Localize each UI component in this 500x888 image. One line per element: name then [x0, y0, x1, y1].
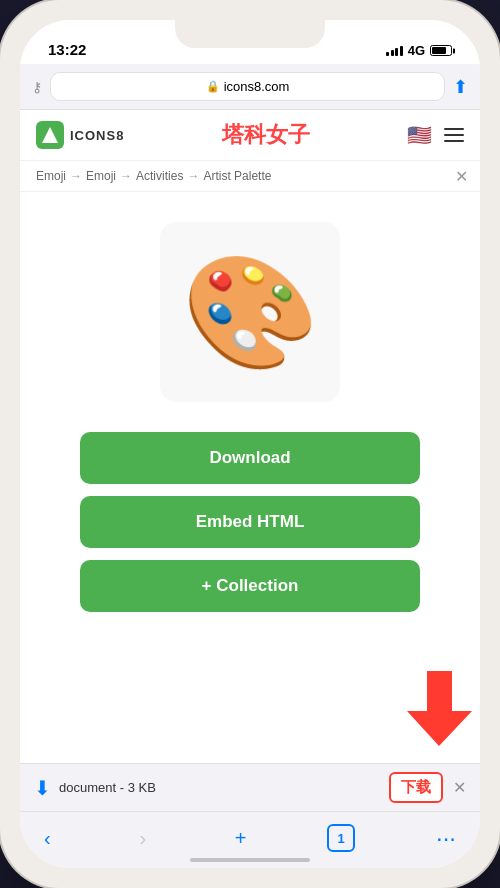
header-right: 🇺🇸 — [407, 123, 464, 147]
phone-frame: 13:22 4G ⚷ 🔒 icons8.com — [0, 0, 500, 888]
signal-icon — [386, 46, 403, 56]
action-buttons: Download Embed HTML + Collection — [20, 432, 480, 612]
new-tab-button[interactable]: + — [227, 823, 255, 854]
site-header: ICONS8 塔科女子 🇺🇸 — [20, 110, 480, 161]
download-filename: document - 3 KB — [59, 780, 389, 795]
breadcrumb-part-3[interactable]: Activities — [136, 169, 183, 183]
lock-icon: 🔒 — [206, 80, 220, 93]
more-button[interactable]: ··· — [428, 820, 464, 856]
site-title-chinese: 塔科女子 — [222, 120, 310, 150]
download-close-icon[interactable]: ✕ — [453, 778, 466, 797]
back-button[interactable]: ‹ — [36, 823, 59, 854]
icon-display-area: 🎨 — [20, 192, 480, 432]
site-logo[interactable]: ICONS8 — [36, 121, 124, 149]
breadcrumb-arrow-3: → — [187, 169, 199, 183]
browser-chrome: ⚷ 🔒 icons8.com ⬆ — [20, 64, 480, 110]
palette-emoji: 🎨 — [182, 257, 319, 367]
tabs-count[interactable]: 1 — [327, 824, 355, 852]
collection-button[interactable]: + Collection — [80, 560, 420, 612]
status-time: 13:22 — [48, 41, 86, 58]
download-bar: ⬇ document - 3 KB 下载 ✕ — [20, 763, 480, 811]
download-arrow-icon: ⬇ — [34, 776, 51, 800]
forward-button[interactable]: › — [131, 823, 154, 854]
red-arrow-down — [407, 671, 472, 750]
menu-button[interactable] — [444, 128, 464, 142]
network-type: 4G — [408, 43, 425, 58]
breadcrumb-arrow-2: → — [120, 169, 132, 183]
download-button[interactable]: Download — [80, 432, 420, 484]
battery-icon — [430, 45, 452, 56]
breadcrumb-part-2[interactable]: Emoji — [86, 169, 116, 183]
breadcrumb: Emoji → Emoji → Activities → Artist Pale… — [20, 161, 480, 192]
logo-text: ICONS8 — [70, 128, 124, 143]
home-indicator[interactable] — [190, 858, 310, 862]
breadcrumb-arrow-1: → — [70, 169, 82, 183]
key-icon: ⚷ — [32, 79, 42, 95]
notch — [175, 20, 325, 48]
language-flag[interactable]: 🇺🇸 — [407, 123, 432, 147]
download-cn-button[interactable]: 下载 — [389, 772, 443, 803]
share-icon[interactable]: ⬆ — [453, 76, 468, 98]
embed-html-button[interactable]: Embed HTML — [80, 496, 420, 548]
svg-marker-0 — [407, 671, 472, 746]
breadcrumb-part-4[interactable]: Artist Palette — [203, 169, 271, 183]
icon-card: 🎨 — [160, 222, 340, 402]
breadcrumb-part-1[interactable]: Emoji — [36, 169, 66, 183]
logo-icon-box — [36, 121, 64, 149]
breadcrumb-close-icon[interactable]: ✕ — [455, 167, 468, 186]
address-bar[interactable]: 🔒 icons8.com — [50, 72, 445, 101]
url-text: icons8.com — [224, 79, 290, 94]
status-icons: 4G — [386, 43, 452, 58]
page-content: ICONS8 塔科女子 🇺🇸 Emoji → Emoji → — [20, 110, 480, 763]
